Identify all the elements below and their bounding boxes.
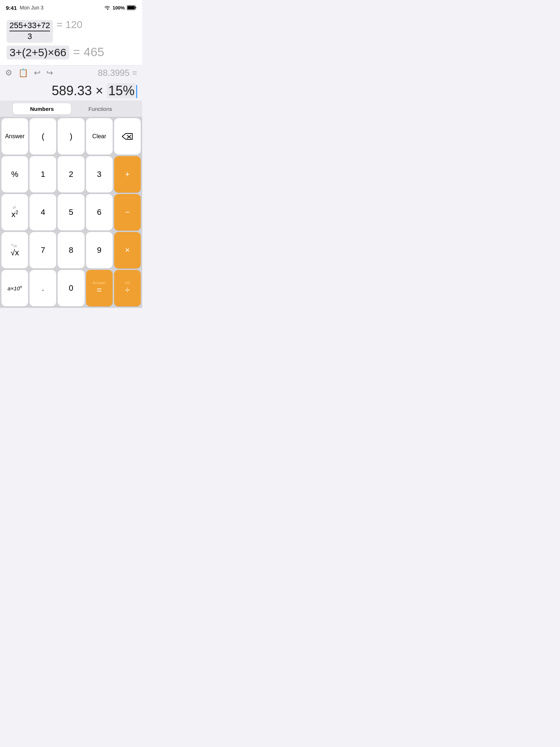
percent-key[interactable]: % — [1, 156, 28, 193]
key-8[interactable]: 8 — [58, 232, 84, 268]
key-3[interactable]: 3 — [86, 156, 113, 193]
display-area: 255+33+72 3 = 120 3+(2+5)×66 = 465 — [0, 15, 142, 65]
open-paren-key[interactable]: ( — [30, 118, 56, 155]
keypad: Answer ( ) Clear % 1 2 — [0, 117, 142, 308]
wifi-icon — [104, 5, 110, 10]
history-item-1: 255+33+72 3 = 120 — [7, 19, 136, 43]
date-label: Mon Jun 3 — [20, 5, 43, 11]
power-key[interactable]: xy x2 — [1, 194, 28, 231]
svg-rect-2 — [136, 7, 136, 9]
expr-highlighted: 15% — [107, 83, 136, 98]
scientific-key[interactable]: a×10n — [1, 270, 28, 306]
key-5[interactable]: 5 — [58, 194, 84, 231]
history-result-1: = 120 — [57, 19, 82, 31]
cursor — [136, 85, 137, 98]
subtract-key[interactable]: − — [114, 194, 141, 231]
svg-rect-1 — [128, 6, 135, 9]
redo-icon[interactable]: ↪ — [46, 68, 53, 78]
key-1[interactable]: 1 — [30, 156, 56, 193]
settings-icon[interactable]: ⚙ — [5, 68, 12, 78]
tab-functions[interactable]: Functions — [71, 103, 129, 115]
backspace-key[interactable] — [114, 118, 141, 155]
key-7[interactable]: 7 — [30, 232, 56, 268]
equals-key[interactable]: Answer = — [86, 270, 113, 306]
tab-numbers[interactable]: Numbers — [13, 103, 71, 115]
battery-label: 100% — [113, 5, 125, 11]
fraction-expression: 255+33+72 3 — [7, 20, 53, 43]
answer-key[interactable]: Answer — [1, 118, 28, 155]
tab-switcher: Numbers Functions — [0, 101, 142, 117]
time-label: 9:41 — [6, 5, 17, 11]
toolbar-actions: ⚙ 📋 ↩ ↪ — [5, 68, 53, 78]
sqrt-key[interactable]: n√x √x — [1, 232, 28, 268]
history-result-2: = 465 — [73, 45, 104, 59]
undo-icon[interactable]: ↩ — [34, 68, 40, 78]
history-item-2: 3+(2+5)×66 = 465 — [7, 45, 136, 59]
battery-icon — [127, 5, 136, 10]
fraction-numerator: 255+33+72 — [9, 21, 50, 31]
key-row-2: % 1 2 3 + — [1, 156, 141, 193]
backspace-icon — [121, 132, 133, 141]
fraction-denominator: 3 — [28, 31, 32, 41]
key-4[interactable]: 4 — [30, 194, 56, 231]
history-expr-2: 3+(2+5)×66 — [7, 46, 69, 59]
status-bar: 9:41 Mon Jun 3 100% — [0, 0, 142, 15]
clear-key[interactable]: Clear — [86, 118, 113, 155]
current-expression: 589.33 × 15% — [52, 83, 137, 98]
key-6[interactable]: 6 — [86, 194, 113, 231]
key-2[interactable]: 2 — [58, 156, 84, 193]
multiply-key[interactable]: × — [114, 232, 141, 268]
toolbar: ⚙ 📋 ↩ ↪ 88.3995 = — [0, 65, 142, 80]
divide-key[interactable]: n/d ÷ — [114, 270, 141, 306]
status-time: 9:41 Mon Jun 3 — [6, 5, 43, 11]
status-indicators: 100% — [104, 5, 136, 11]
decimal-key[interactable]: . — [30, 270, 56, 306]
add-key[interactable]: + — [114, 156, 141, 193]
key-row-3: xy x2 4 5 6 − — [1, 194, 141, 231]
key-row-1: Answer ( ) Clear — [1, 118, 141, 155]
key-row-4: n√x √x 7 8 9 × — [1, 232, 141, 268]
key-0[interactable]: 0 — [58, 270, 84, 306]
expr-main: 589.33 × — [52, 83, 107, 98]
toolbar-result: 88.3995 = — [98, 68, 137, 78]
key-row-5: a×10n . 0 Answer = n/d ÷ — [1, 270, 141, 306]
clipboard-icon[interactable]: 📋 — [18, 68, 28, 78]
current-expression-row: 589.33 × 15% — [0, 80, 142, 101]
close-paren-key[interactable]: ) — [58, 118, 84, 155]
key-9[interactable]: 9 — [86, 232, 113, 268]
